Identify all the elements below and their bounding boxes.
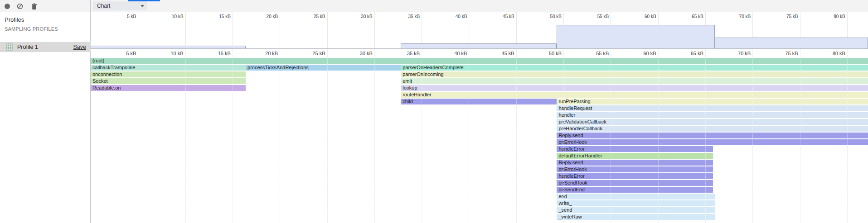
flame-bar-processticksandrejections[interactable]: processTicksAndRejections bbox=[246, 65, 401, 71]
flame-bar-label: routeHandler bbox=[402, 92, 432, 98]
ruler-tick-label: 75 kB bbox=[786, 14, 798, 19]
flame-bar-label: handleError bbox=[558, 173, 584, 179]
ruler-tick-label: 80 kB bbox=[834, 14, 845, 19]
grid-line bbox=[469, 49, 469, 223]
flame-bar-onconnection[interactable]: onconnection bbox=[91, 71, 246, 77]
flame-bar-onerrorhook[interactable]: onErrorHook bbox=[557, 139, 868, 145]
flame-bar-write-[interactable]: write_ bbox=[557, 200, 714, 206]
grid-line bbox=[422, 49, 422, 223]
profile-item-profile-1[interactable]: Profile 1 Save bbox=[0, 42, 91, 52]
flame-bar-label: parserOnIncoming bbox=[402, 71, 444, 77]
ruler-tick-label: 40 kB bbox=[456, 14, 467, 19]
ruler-tick-label: 25 kB bbox=[314, 14, 325, 19]
flame-bar-label: onErrorHook bbox=[558, 166, 587, 172]
active-tab-accent bbox=[128, 0, 160, 1]
flame-bar-label: parserOnHeadersComplete bbox=[402, 65, 464, 71]
ruler-tick-label: 45 kB bbox=[502, 51, 514, 56]
flame-bar-child[interactable]: child bbox=[401, 99, 557, 104]
flame-bar-label: emit bbox=[402, 78, 412, 84]
record-icon bbox=[4, 3, 10, 9]
grid-line bbox=[327, 12, 328, 49]
flame-bar-socket[interactable]: Socket bbox=[91, 78, 246, 84]
flame-bar-label: defaultErrorHandler bbox=[558, 153, 602, 159]
flame-bar-onerrorhook[interactable]: onErrorHook bbox=[557, 166, 713, 172]
grid-line bbox=[563, 49, 564, 223]
save-profile-link[interactable]: Save bbox=[73, 42, 87, 52]
sidebar-title: Profiles bbox=[5, 16, 24, 23]
flame-bar-label: preHandlerCallback bbox=[558, 126, 602, 132]
flame-bar-onsendend[interactable]: onSendEnd bbox=[557, 187, 713, 193]
grid-line bbox=[516, 49, 517, 223]
flame-bar-label: Reply.send bbox=[558, 160, 583, 166]
flame-bar-lookup[interactable]: lookup bbox=[401, 85, 868, 91]
flame-bar-routehandler[interactable]: routeHandler bbox=[401, 92, 868, 98]
flame-bar-onsendhook[interactable]: onSendHook bbox=[557, 180, 713, 186]
ruler-tick-label: 5 kB bbox=[126, 51, 136, 56]
flame-bar-label: _writeRaw bbox=[558, 214, 582, 220]
delete-profile-button[interactable] bbox=[30, 2, 38, 10]
flame-bar-handler[interactable]: handler bbox=[557, 112, 868, 118]
flame-bar-label: _send bbox=[558, 207, 572, 213]
ruler-tick-label: 70 kB bbox=[739, 14, 751, 19]
grid-line bbox=[374, 12, 375, 49]
flame-bar-label: onSendHook bbox=[558, 180, 587, 186]
flame-bar-label: lookup bbox=[402, 85, 417, 91]
grid-line bbox=[611, 49, 611, 223]
ruler-tick-label: 25 kB bbox=[312, 51, 325, 56]
flame-bar-emit[interactable]: emit bbox=[401, 78, 868, 84]
flame-bar--send[interactable]: _send bbox=[557, 207, 714, 213]
ruler-tick-label: 30 kB bbox=[361, 14, 373, 19]
toolbar: Chart bbox=[0, 0, 868, 12]
grid-line bbox=[233, 12, 233, 49]
allocation-chart-area: 5 kB10 kB15 kB20 kB25 kB30 kB35 kB40 kB4… bbox=[91, 12, 868, 223]
ruler-tick-label: 60 kB bbox=[645, 14, 656, 19]
flame-bar-label: handleError bbox=[558, 146, 584, 152]
flame-bar-label: write_ bbox=[558, 200, 572, 206]
view-mode-select[interactable]: Chart bbox=[93, 1, 147, 10]
flame-bar-label: Reply.send bbox=[558, 133, 583, 138]
view-mode-value: Chart bbox=[97, 3, 110, 9]
flame-bar-end[interactable]: end bbox=[557, 194, 714, 199]
flame-bar-reply-send[interactable]: Reply.send bbox=[557, 160, 713, 166]
flame-bar-handleerror[interactable]: handleError bbox=[557, 173, 713, 179]
ruler-tick-label: 55 kB bbox=[597, 14, 609, 19]
flame-bar-label: Socket bbox=[92, 78, 108, 84]
flame-bar-prevalidationcallback[interactable]: preValidationCallback bbox=[557, 119, 868, 125]
flame-bar-readable-on[interactable]: Readable.on bbox=[91, 85, 246, 91]
ruler-tick-label: 70 kB bbox=[738, 51, 751, 56]
ruler-tick-label: 35 kB bbox=[407, 51, 420, 56]
flame-chart-pane: 5 kB10 kB15 kB20 kB25 kB30 kB35 kB40 kB4… bbox=[91, 49, 868, 223]
flame-bar-callbacktrampoline[interactable]: callbackTrampoline bbox=[91, 65, 246, 71]
toolbar-divider bbox=[90, 0, 91, 12]
flame-bar--root-[interactable]: (root) bbox=[91, 58, 868, 64]
flame-bar--writeraw[interactable]: _writeRaw bbox=[557, 214, 714, 220]
flame-bar-runpreparsing[interactable]: runPreParsing bbox=[557, 99, 868, 104]
grid-line bbox=[138, 49, 138, 223]
flame-bar-label: preValidationCallback bbox=[558, 119, 606, 125]
ruler-tick-label: 20 kB bbox=[265, 51, 278, 56]
grid-line bbox=[847, 49, 848, 223]
flame-bar-label: onErrorHook bbox=[558, 139, 587, 145]
grid-line bbox=[138, 12, 138, 49]
flame-bar-prehandlercallback[interactable]: preHandlerCallback bbox=[557, 126, 868, 132]
chevron-down-icon bbox=[141, 5, 144, 7]
flame-bar-handleerror[interactable]: handleError bbox=[557, 146, 713, 152]
memory-overview-pane[interactable]: 5 kB10 kB15 kB20 kB25 kB30 kB35 kB40 kB4… bbox=[91, 12, 868, 49]
ruler-tick-label: 15 kB bbox=[218, 51, 231, 56]
sampling-profiles-header: SAMPLING PROFILES bbox=[5, 26, 58, 32]
overview-step bbox=[715, 38, 868, 48]
grid-line bbox=[280, 12, 280, 49]
grid-line bbox=[800, 49, 800, 223]
flame-bar-reply-send[interactable]: Reply.send bbox=[557, 133, 868, 138]
flame-bar-parseronheaderscomplete[interactable]: parserOnHeadersComplete bbox=[401, 65, 868, 71]
flame-bar-defaulterrorhandler[interactable]: defaultErrorHandler bbox=[557, 153, 713, 159]
flame-bar-label: onSendEnd bbox=[558, 187, 585, 193]
ruler-tick-label: 55 kB bbox=[596, 51, 609, 56]
clear-button[interactable] bbox=[16, 2, 24, 10]
record-button[interactable] bbox=[3, 2, 11, 10]
profile-name: Profile 1 bbox=[17, 42, 38, 52]
flame-bar-parseronincoming[interactable]: parserOnIncoming bbox=[401, 71, 868, 77]
flame-bar-label: end bbox=[558, 194, 567, 199]
flame-bar-label: Readable.on bbox=[92, 85, 121, 91]
flame-bar-handlerequest[interactable]: handleRequest bbox=[557, 105, 868, 111]
